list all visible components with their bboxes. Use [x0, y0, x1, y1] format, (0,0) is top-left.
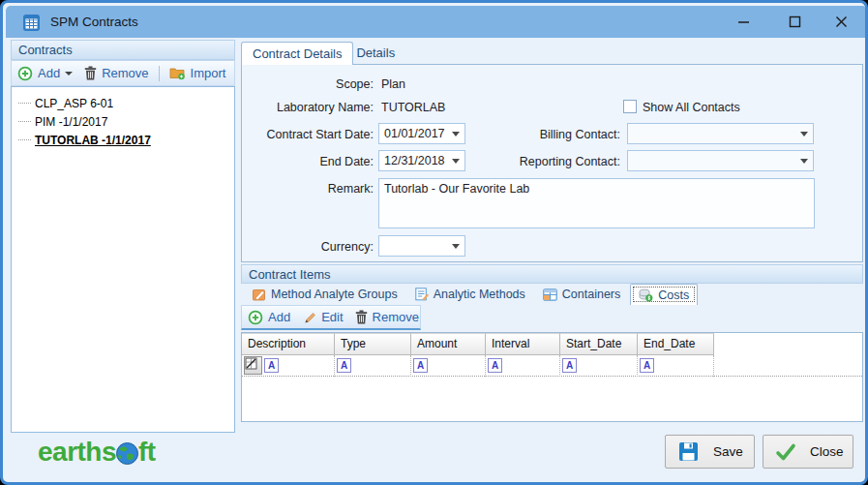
add-cost-button[interactable]: Add — [242, 306, 296, 328]
app-table-icon — [22, 14, 41, 32]
minimize-button[interactable] — [727, 8, 760, 36]
save-label: Save — [713, 444, 743, 459]
filter-type-icon[interactable]: A — [488, 358, 502, 373]
filter-cell-start-date[interactable]: A — [560, 355, 638, 377]
add-label: Add — [268, 310, 290, 324]
billing-contact-label: Billing Contact: — [458, 127, 620, 142]
import-folder-icon — [169, 66, 186, 80]
laboratory-name-label: Laboratory Name: — [241, 100, 374, 115]
logo-text-suffix: ft — [138, 437, 156, 468]
filter-type-icon[interactable]: A — [413, 358, 428, 373]
remove-cost-button[interactable]: Remove — [349, 306, 425, 328]
save-floppy-icon — [678, 441, 699, 462]
column-header-amount[interactable]: Amount — [411, 333, 486, 355]
column-header-type[interactable]: Type — [335, 333, 411, 355]
scope-value: Plan — [381, 76, 405, 92]
add-label: Add — [38, 66, 60, 80]
filter-type-icon[interactable]: A — [640, 358, 654, 373]
tab-label: Analytic Methods — [434, 288, 525, 301]
containers-icon — [543, 288, 557, 301]
contract-item-label: CLP_ASP 6-01 — [35, 97, 113, 110]
method-analyte-groups-icon — [253, 288, 266, 301]
filter-cell-interval[interactable]: A — [486, 355, 560, 377]
contract-list-item[interactable]: CLP_ASP 6-01 — [12, 94, 234, 112]
dropdown-arrow-icon — [800, 159, 808, 164]
remove-label: Remove — [102, 66, 148, 80]
tab-costs[interactable]: Costs — [630, 284, 698, 305]
contract-list-item-selected[interactable]: TUTORLAB -1/1/2017 — [12, 131, 234, 149]
trash-icon — [355, 310, 368, 324]
currency-label: Currency: — [241, 239, 374, 255]
column-header-end-date[interactable]: End_Date — [638, 333, 714, 355]
currency-combo[interactable] — [378, 235, 465, 257]
save-button[interactable]: Save — [665, 435, 755, 469]
remark-label: Remark: — [241, 181, 374, 197]
logo-text-prefix: earths — [38, 437, 116, 468]
close-button[interactable]: Close — [763, 435, 853, 469]
remove-contract-button[interactable]: Remove — [78, 61, 154, 85]
end-date-label: End Date: — [241, 154, 374, 169]
end-date-value: 12/31/2018 — [384, 154, 445, 167]
trash-icon — [84, 66, 97, 80]
tree-connector — [18, 121, 31, 122]
dropdown-arrow-icon — [800, 132, 808, 136]
filter-type-icon[interactable]: A — [562, 358, 577, 373]
billing-contact-combo[interactable] — [627, 123, 814, 144]
filter-cell-amount[interactable]: A — [411, 355, 486, 377]
column-header-description[interactable]: Description — [242, 333, 335, 355]
contract-item-label: PIM -1/1/2017 — [35, 115, 107, 129]
contract-start-date-label: Contract Start Date: — [241, 127, 374, 142]
close-window-button[interactable] — [824, 8, 857, 36]
tree-connector — [18, 103, 31, 104]
maximize-button[interactable] — [778, 8, 811, 36]
scope-label: Scope: — [241, 76, 374, 92]
contract-item-label: TUTORLAB -1/1/2017 — [35, 134, 151, 147]
contracts-toolbar: Add Remove Import — [11, 60, 235, 86]
edit-cost-button[interactable]: Edit — [296, 306, 348, 328]
filter-cell-description[interactable]: A — [242, 355, 335, 377]
costs-grid: Description Type Amount Interval Start_D… — [241, 332, 863, 422]
column-header-interval[interactable]: Interval — [486, 333, 560, 355]
pencil-icon — [302, 311, 316, 323]
remark-field[interactable]: Tutorlab - Our Favorite Lab — [378, 178, 815, 228]
tab-method-analyte-groups[interactable]: Method Analyte Groups — [245, 284, 405, 305]
import-contract-button[interactable]: Import — [164, 61, 232, 85]
filter-type-icon[interactable]: A — [337, 358, 351, 373]
contract-start-date-combo[interactable]: 01/01/2017 — [378, 123, 465, 144]
filter-type-icon[interactable]: A — [264, 358, 279, 373]
tree-connector — [18, 139, 31, 140]
filter-cell-end-date[interactable]: A — [638, 355, 714, 377]
screen: SPM Contracts Contracts Add — [0, 0, 868, 485]
close-label: Close — [810, 444, 844, 459]
dropdown-arrow-icon — [452, 244, 460, 249]
add-icon — [248, 310, 263, 325]
add-contract-button[interactable]: Add — [12, 61, 78, 85]
tab-contract-details[interactable]: Contract Details — [241, 42, 353, 65]
check-icon — [775, 442, 796, 462]
contract-items-tabs: Method Analyte Groups Analytic Methods C… — [245, 284, 698, 305]
tab-label: Containers — [562, 288, 620, 301]
add-icon — [17, 66, 33, 81]
contract-list-item[interactable]: PIM -1/1/2017 — [12, 112, 234, 131]
end-date-combo[interactable]: 12/31/2018 — [378, 150, 465, 171]
grid-header-row: Description Type Amount Interval Start_D… — [242, 333, 862, 355]
contract-start-date-value: 01/01/2017 — [384, 127, 445, 140]
edit-filter-icon[interactable] — [244, 356, 262, 375]
tab-label: Costs — [658, 288, 689, 302]
contract-items-toolbar: Add Edit Remove — [241, 305, 421, 330]
tab-analytic-methods[interactable]: Analytic Methods — [407, 284, 533, 305]
tab-containers[interactable]: Containers — [535, 284, 628, 305]
remove-label: Remove — [373, 310, 419, 324]
filter-cell-type[interactable]: A — [335, 355, 411, 377]
titlebar: SPM Contracts — [6, 6, 868, 38]
import-label: Import — [191, 66, 226, 80]
costs-icon — [639, 288, 653, 302]
show-all-contacts-checkbox[interactable] — [623, 100, 637, 113]
contracts-list: CLP_ASP 6-01 PIM -1/1/2017 TUTORLAB -1/1… — [11, 86, 235, 433]
reporting-contact-combo[interactable] — [627, 150, 814, 171]
column-header-start-date[interactable]: Start_Date — [560, 333, 638, 355]
edit-label: Edit — [321, 310, 343, 324]
add-dropdown-caret-icon[interactable] — [65, 72, 73, 76]
show-all-contacts-label: Show All Contacts — [643, 100, 740, 115]
spm-contracts-window: SPM Contracts Contracts Add — [0, 0, 868, 485]
